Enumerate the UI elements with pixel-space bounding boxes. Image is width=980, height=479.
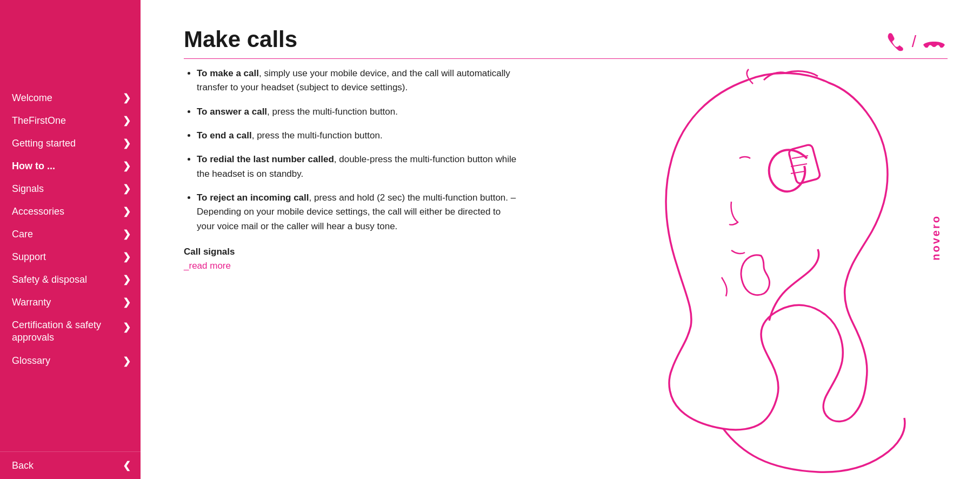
text-content: To make a call, simply use your mobile d… <box>184 66 519 271</box>
bullet-text-3: , press the multi-function button. <box>252 130 383 141</box>
sidebar-item-label: Certification & safety approvals <box>12 319 123 344</box>
chevron-right-icon: ❯ <box>123 251 131 263</box>
sidebar-item-accessories[interactable]: Accessories ❯ <box>0 200 141 223</box>
list-item: To end a call, press the multi-function … <box>197 129 519 143</box>
sidebar-item-thefirstone[interactable]: TheFirstOne ❯ <box>0 109 141 132</box>
chevron-right-icon: ❯ <box>123 321 131 333</box>
sidebar-item-label: Accessories <box>12 206 64 217</box>
sidebar-item-label: Safety & disposal <box>12 274 87 285</box>
sidebar-item-label: Care <box>12 229 33 240</box>
chevron-left-icon: ❮ <box>123 460 131 471</box>
bullet-text-2: , press the multi-function button. <box>267 107 398 117</box>
bullet-list: To make a call, simply use your mobile d… <box>184 66 519 234</box>
read-more-link[interactable]: _read more <box>184 261 231 271</box>
main-content: Make calls / To make a call, simply use … <box>141 0 980 479</box>
header-icons: / <box>885 27 948 53</box>
content-area: To make a call, simply use your mobile d… <box>184 66 948 271</box>
sidebar-item-welcome[interactable]: Welcome ❯ <box>0 87 141 109</box>
sidebar-item-label: Signals <box>12 183 44 195</box>
bullet-bold-2: To answer a call <box>197 107 267 117</box>
list-item: To make a call, simply use your mobile d… <box>197 66 519 95</box>
chevron-right-icon: ❯ <box>123 296 131 308</box>
phone-incoming-icon <box>885 30 908 53</box>
sidebar-item-safety-disposal[interactable]: Safety & disposal ❯ <box>0 268 141 291</box>
chevron-right-icon: ❯ <box>123 137 131 149</box>
sidebar-item-support[interactable]: Support ❯ <box>0 245 141 268</box>
list-item: To answer a call, press the multi-functi… <box>197 105 519 119</box>
sidebar-item-label: Warranty <box>12 297 51 308</box>
back-button[interactable]: Back ❮ <box>0 451 141 479</box>
sidebar-item-warranty[interactable]: Warranty ❯ <box>0 291 141 314</box>
read-more-label: read more <box>189 261 230 271</box>
list-item: To redial the last number called, double… <box>197 152 519 181</box>
call-signals-title: Call signals <box>184 247 519 257</box>
sidebar-item-label: TheFirstOne <box>12 115 66 127</box>
sidebar-item-how-to[interactable]: How to ... ❯ <box>0 155 141 177</box>
sidebar-item-label: How to ... <box>12 161 55 172</box>
sidebar-item-getting-started[interactable]: Getting started ❯ <box>0 132 141 155</box>
illustration-area: novero <box>541 66 948 271</box>
head-illustration <box>602 50 980 479</box>
bullet-bold-4: To redial the last number called <box>197 154 334 164</box>
call-signals-section: Call signals _read more <box>184 247 519 271</box>
chevron-right-icon: ❯ <box>123 115 131 127</box>
bullet-bold-3: To end a call <box>197 130 252 141</box>
chevron-right-icon: ❯ <box>123 274 131 285</box>
chevron-right-icon: ❯ <box>123 92 131 104</box>
chevron-right-icon: ❯ <box>123 183 131 195</box>
phone-end-icon <box>921 33 948 50</box>
chevron-right-icon: ❯ <box>123 205 131 217</box>
list-item: To reject an incoming call, press and ho… <box>197 191 519 234</box>
chevron-right-icon: ❯ <box>123 160 131 172</box>
chevron-right-icon: ❯ <box>123 228 131 240</box>
sidebar-item-certification[interactable]: Certification & safety approvals ❯ <box>0 314 141 350</box>
page-title: Make calls <box>184 27 297 52</box>
bullet-bold-5: To reject an incoming call <box>197 192 309 203</box>
sidebar-item-glossary[interactable]: Glossary ❯ <box>0 350 141 372</box>
sidebar-item-label: Welcome <box>12 92 52 104</box>
sidebar-item-label: Glossary <box>12 355 50 367</box>
sidebar-item-signals[interactable]: Signals ❯ <box>0 177 141 200</box>
brand-label: novero <box>930 215 942 261</box>
sidebar-item-label: Support <box>12 251 46 263</box>
slash-icon: / <box>912 34 916 50</box>
bullet-bold-1: To make a call <box>197 68 259 78</box>
sidebar-item-label: Getting started <box>12 138 76 149</box>
svg-line-3 <box>791 171 804 174</box>
sidebar: Welcome ❯ TheFirstOne ❯ Getting started … <box>0 0 141 479</box>
chevron-right-icon: ❯ <box>123 355 131 367</box>
back-label: Back <box>12 460 34 471</box>
sidebar-item-care[interactable]: Care ❯ <box>0 223 141 245</box>
